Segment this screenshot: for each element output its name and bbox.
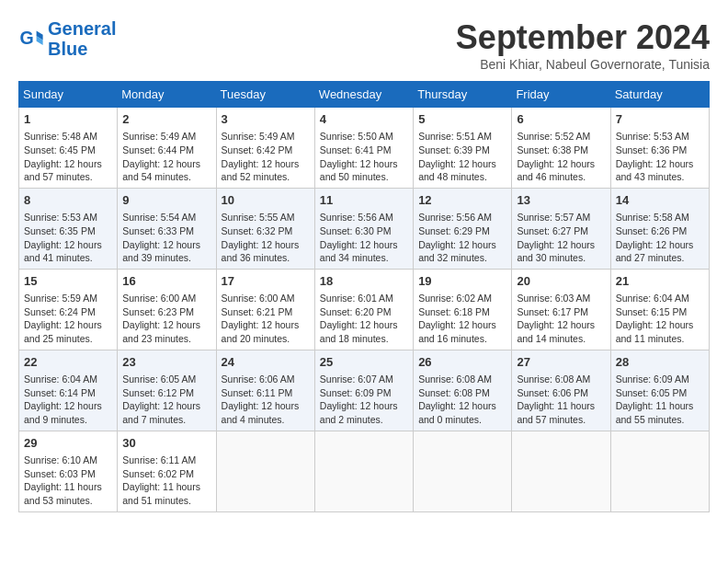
day-number: 29 <box>24 435 112 452</box>
logo-text-line2: Blue <box>48 39 116 59</box>
day-info: Sunrise: 5:54 AM Sunset: 6:33 PM Dayligh… <box>122 211 210 265</box>
calendar-cell <box>216 431 314 511</box>
calendar-cell: 1Sunrise: 5:48 AM Sunset: 6:45 PM Daylig… <box>19 108 118 189</box>
day-number: 17 <box>222 273 310 290</box>
month-title: September 2024 <box>456 18 710 57</box>
day-info: Sunrise: 6:03 AM Sunset: 6:17 PM Dayligh… <box>517 292 605 346</box>
day-number: 23 <box>122 354 210 371</box>
calendar-week-row: 8Sunrise: 5:53 AM Sunset: 6:35 PM Daylig… <box>19 188 710 269</box>
day-info: Sunrise: 6:08 AM Sunset: 6:06 PM Dayligh… <box>517 373 605 427</box>
day-number: 19 <box>418 273 506 290</box>
calendar-week-row: 1Sunrise: 5:48 AM Sunset: 6:45 PM Daylig… <box>19 108 710 189</box>
calendar-table: SundayMondayTuesdayWednesdayThursdayFrid… <box>18 81 710 512</box>
calendar-cell <box>610 431 709 511</box>
day-number: 16 <box>122 273 210 290</box>
calendar-cell: 7Sunrise: 5:53 AM Sunset: 6:36 PM Daylig… <box>610 108 709 189</box>
calendar-cell: 18Sunrise: 6:01 AM Sunset: 6:20 PM Dayli… <box>314 269 413 350</box>
calendar-cell <box>512 431 610 511</box>
calendar-cell: 24Sunrise: 6:06 AM Sunset: 6:11 PM Dayli… <box>216 350 314 431</box>
calendar-cell: 15Sunrise: 5:59 AM Sunset: 6:24 PM Dayli… <box>19 269 118 350</box>
calendar-week-row: 22Sunrise: 6:04 AM Sunset: 6:14 PM Dayli… <box>19 350 710 431</box>
calendar-cell: 28Sunrise: 6:09 AM Sunset: 6:05 PM Dayli… <box>610 350 709 431</box>
day-info: Sunrise: 6:04 AM Sunset: 6:14 PM Dayligh… <box>24 373 112 427</box>
calendar-cell: 27Sunrise: 6:08 AM Sunset: 6:06 PM Dayli… <box>512 350 610 431</box>
day-number: 15 <box>24 273 112 290</box>
page-header: G General Blue September 2024 Beni Khiar… <box>18 18 710 72</box>
weekday-header-monday: Monday <box>118 82 216 108</box>
day-info: Sunrise: 6:10 AM Sunset: 6:03 PM Dayligh… <box>24 454 112 508</box>
day-number: 30 <box>122 435 210 452</box>
calendar-cell: 26Sunrise: 6:08 AM Sunset: 6:08 PM Dayli… <box>414 350 512 431</box>
day-number: 9 <box>122 192 210 209</box>
day-info: Sunrise: 5:49 AM Sunset: 6:44 PM Dayligh… <box>122 130 210 184</box>
day-info: Sunrise: 6:00 AM Sunset: 6:21 PM Dayligh… <box>222 292 310 346</box>
day-number: 22 <box>24 354 112 371</box>
day-info: Sunrise: 5:59 AM Sunset: 6:24 PM Dayligh… <box>24 292 112 346</box>
day-number: 8 <box>24 192 112 209</box>
day-info: Sunrise: 6:08 AM Sunset: 6:08 PM Dayligh… <box>418 373 506 427</box>
day-info: Sunrise: 5:51 AM Sunset: 6:39 PM Dayligh… <box>418 130 506 184</box>
day-info: Sunrise: 5:55 AM Sunset: 6:32 PM Dayligh… <box>222 211 310 265</box>
calendar-cell <box>314 431 413 511</box>
day-info: Sunrise: 5:48 AM Sunset: 6:45 PM Dayligh… <box>24 130 112 184</box>
day-number: 5 <box>418 111 506 128</box>
logo-text-line1: General <box>48 18 116 39</box>
weekday-header-row: SundayMondayTuesdayWednesdayThursdayFrid… <box>19 82 710 108</box>
calendar-cell: 20Sunrise: 6:03 AM Sunset: 6:17 PM Dayli… <box>512 269 610 350</box>
calendar-cell: 9Sunrise: 5:54 AM Sunset: 6:33 PM Daylig… <box>118 188 216 269</box>
location-subtitle: Beni Khiar, Nabeul Governorate, Tunisia <box>456 57 710 72</box>
day-info: Sunrise: 5:56 AM Sunset: 6:30 PM Dayligh… <box>320 211 408 265</box>
day-info: Sunrise: 5:52 AM Sunset: 6:38 PM Dayligh… <box>517 130 605 184</box>
day-info: Sunrise: 6:00 AM Sunset: 6:23 PM Dayligh… <box>122 292 210 346</box>
weekday-header-friday: Friday <box>512 82 610 108</box>
day-info: Sunrise: 6:05 AM Sunset: 6:12 PM Dayligh… <box>122 373 210 427</box>
day-number: 26 <box>418 354 506 371</box>
weekday-header-sunday: Sunday <box>19 82 118 108</box>
weekday-header-thursday: Thursday <box>414 82 512 108</box>
day-info: Sunrise: 6:09 AM Sunset: 6:05 PM Dayligh… <box>616 373 704 427</box>
weekday-header-tuesday: Tuesday <box>216 82 314 108</box>
day-number: 25 <box>320 354 408 371</box>
calendar-cell: 3Sunrise: 5:49 AM Sunset: 6:42 PM Daylig… <box>216 108 314 189</box>
day-info: Sunrise: 6:01 AM Sunset: 6:20 PM Dayligh… <box>320 292 408 346</box>
day-number: 2 <box>122 111 210 128</box>
day-info: Sunrise: 5:50 AM Sunset: 6:41 PM Dayligh… <box>320 130 408 184</box>
svg-text:G: G <box>19 28 33 48</box>
day-number: 11 <box>320 192 408 209</box>
day-number: 3 <box>222 111 310 128</box>
calendar-cell: 30Sunrise: 6:11 AM Sunset: 6:02 PM Dayli… <box>118 431 216 511</box>
weekday-header-wednesday: Wednesday <box>314 82 413 108</box>
calendar-week-row: 15Sunrise: 5:59 AM Sunset: 6:24 PM Dayli… <box>19 269 710 350</box>
day-info: Sunrise: 6:04 AM Sunset: 6:15 PM Dayligh… <box>616 292 704 346</box>
day-number: 28 <box>616 354 704 371</box>
logo: G General Blue <box>18 18 116 59</box>
day-number: 21 <box>616 273 704 290</box>
calendar-cell: 16Sunrise: 6:00 AM Sunset: 6:23 PM Dayli… <box>118 269 216 350</box>
day-info: Sunrise: 5:49 AM Sunset: 6:42 PM Dayligh… <box>222 130 310 184</box>
calendar-cell: 21Sunrise: 6:04 AM Sunset: 6:15 PM Dayli… <box>610 269 709 350</box>
calendar-cell: 6Sunrise: 5:52 AM Sunset: 6:38 PM Daylig… <box>512 108 610 189</box>
day-number: 27 <box>517 354 605 371</box>
day-info: Sunrise: 5:57 AM Sunset: 6:27 PM Dayligh… <box>517 211 605 265</box>
calendar-cell: 10Sunrise: 5:55 AM Sunset: 6:32 PM Dayli… <box>216 188 314 269</box>
calendar-cell: 25Sunrise: 6:07 AM Sunset: 6:09 PM Dayli… <box>314 350 413 431</box>
day-info: Sunrise: 5:53 AM Sunset: 6:35 PM Dayligh… <box>24 211 112 265</box>
day-info: Sunrise: 6:07 AM Sunset: 6:09 PM Dayligh… <box>320 373 408 427</box>
day-number: 1 <box>24 111 112 128</box>
day-info: Sunrise: 6:02 AM Sunset: 6:18 PM Dayligh… <box>418 292 506 346</box>
logo-icon: G <box>18 26 44 52</box>
day-number: 7 <box>616 111 704 128</box>
day-number: 20 <box>517 273 605 290</box>
day-info: Sunrise: 6:11 AM Sunset: 6:02 PM Dayligh… <box>122 454 210 508</box>
calendar-cell: 29Sunrise: 6:10 AM Sunset: 6:03 PM Dayli… <box>19 431 118 511</box>
day-info: Sunrise: 5:58 AM Sunset: 6:26 PM Dayligh… <box>616 211 704 265</box>
day-number: 14 <box>616 192 704 209</box>
calendar-cell: 22Sunrise: 6:04 AM Sunset: 6:14 PM Dayli… <box>19 350 118 431</box>
calendar-cell: 17Sunrise: 6:00 AM Sunset: 6:21 PM Dayli… <box>216 269 314 350</box>
day-info: Sunrise: 5:56 AM Sunset: 6:29 PM Dayligh… <box>418 211 506 265</box>
day-number: 12 <box>418 192 506 209</box>
weekday-header-saturday: Saturday <box>610 82 709 108</box>
title-section: September 2024 Beni Khiar, Nabeul Govern… <box>456 18 710 72</box>
day-number: 6 <box>517 111 605 128</box>
calendar-cell: 13Sunrise: 5:57 AM Sunset: 6:27 PM Dayli… <box>512 188 610 269</box>
